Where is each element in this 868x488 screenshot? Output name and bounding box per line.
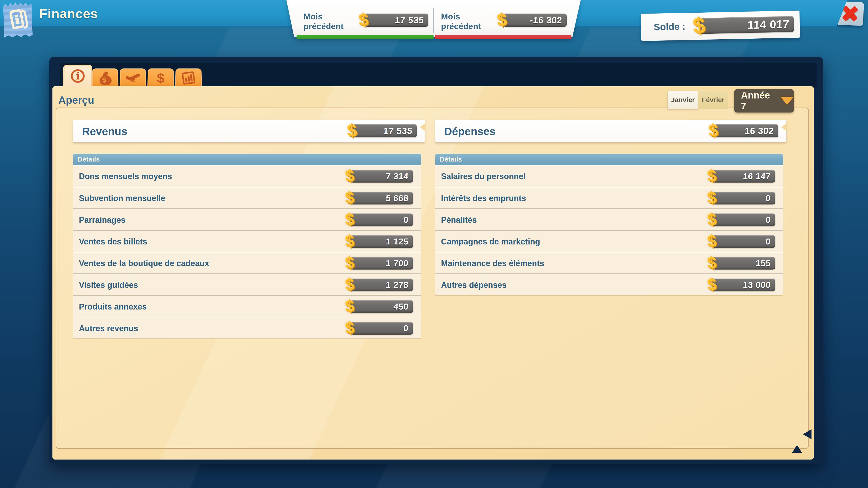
expense-total-value: 16 302	[744, 126, 778, 136]
expense-underline	[435, 35, 571, 39]
row-badge: $7 314	[350, 170, 413, 183]
expense-row: Autres dépenses $13 000	[435, 273, 783, 295]
dollar-icon: $	[344, 211, 355, 228]
income-header: Revenus $ 17 535	[73, 120, 425, 142]
dollar-icon: $	[346, 121, 358, 140]
money-bag-icon: $	[98, 71, 113, 85]
dollar-icon: $	[692, 14, 707, 37]
row-label: Parrainages	[79, 215, 125, 225]
row-value: 1 278	[385, 280, 413, 290]
year-label: Année 7	[741, 90, 775, 111]
row-label: Autres revenus	[79, 324, 138, 333]
tab-pricing[interactable]: $	[147, 68, 174, 88]
row-label: Subvention mensuelle	[79, 194, 165, 203]
row-badge: $16 147	[713, 170, 775, 183]
overview-panel: Aperçu Janvier Février Année 7 Revenus $…	[53, 86, 814, 459]
tab-contracts[interactable]	[120, 68, 146, 88]
tab-overview[interactable]: i	[63, 65, 93, 88]
row-label: Autres dépenses	[441, 281, 506, 290]
income-row: Autres revenus $0	[73, 317, 421, 338]
row-label: Campagnes de marketing	[441, 237, 540, 247]
dollar-icon: $	[344, 167, 355, 185]
expense-row: Pénalités $0	[435, 208, 783, 230]
row-value: 450	[393, 302, 413, 312]
month-tab-fevrier[interactable]: Février	[699, 91, 728, 109]
row-label: Intérêts des emprunts	[441, 194, 526, 203]
prev-month-expense-badge: $ -16 302	[503, 13, 567, 27]
row-label: Pénalités	[441, 215, 477, 225]
income-row: Ventes de la boutique de cadeaux $1 700	[73, 252, 421, 273]
income-rows: Dons mensuels moyens $7 314 Subvention m…	[73, 165, 421, 338]
handshake-icon	[125, 72, 141, 84]
expense-details-header: Détails	[435, 154, 783, 165]
row-badge: $0	[713, 235, 775, 248]
corner-notch-icon	[803, 429, 811, 439]
income-row: Dons mensuels moyens $7 314	[73, 165, 421, 187]
expense-header: Dépenses $ 16 302	[435, 120, 786, 142]
expense-row: Campagnes de marketing $0	[435, 230, 783, 252]
dollar-icon: $	[344, 232, 355, 250]
page-title: Finances	[39, 6, 98, 21]
dollar-icon: $	[707, 167, 717, 185]
expense-row: Salaires du personnel $16 147	[435, 165, 783, 187]
row-badge: $0	[713, 192, 775, 204]
dollar-icon: $	[344, 319, 355, 337]
income-title: Revenus	[82, 125, 127, 138]
income-row: Ventes des billets $1 125	[73, 230, 421, 252]
expense-title: Dépenses	[444, 125, 495, 138]
previous-month-banner: Mois précédent $ 17 535 Mois précédent $…	[286, 0, 581, 40]
dollar-icon: $	[707, 254, 717, 271]
row-value: 16 147	[743, 171, 775, 181]
dollar-icon: $	[344, 276, 355, 293]
income-total-value: 17 535	[383, 126, 417, 136]
details-label: Détails	[78, 156, 100, 163]
income-details-header: Détails	[73, 154, 421, 165]
row-value: 7 314	[385, 171, 413, 181]
income-underline	[297, 35, 434, 39]
row-badge: $1 700	[350, 257, 413, 269]
row-badge: $1 278	[350, 279, 413, 291]
income-row: Visites guidées $1 278	[73, 273, 421, 295]
row-label: Produits annexes	[79, 302, 147, 312]
row-badge: $155	[713, 257, 775, 269]
row-value: 0	[765, 237, 775, 247]
row-value: 0	[403, 324, 413, 333]
row-badge: $0	[350, 214, 413, 226]
income-row: Subvention mensuelle $5 668	[73, 187, 421, 208]
balance-badge: $ 114 017	[700, 16, 794, 34]
corner-notch-icon	[792, 445, 802, 453]
balance-box: Solde : $ 114 017	[641, 11, 800, 41]
dollar-icon: $	[344, 297, 355, 315]
row-value: 0	[765, 215, 775, 225]
journal-book-icon	[7, 7, 29, 32]
expense-rows: Salaires du personnel $16 147 Intérêts d…	[435, 165, 783, 295]
income-row: Produits annexes $450	[73, 295, 421, 317]
month-tab-janvier[interactable]: Janvier	[668, 91, 698, 109]
chevron-down-icon	[780, 97, 794, 105]
dollar-icon: $	[344, 254, 355, 271]
dollar-icon: $	[358, 11, 369, 29]
details-label: Détails	[440, 156, 462, 163]
row-badge: $0	[350, 322, 413, 335]
dollar-icon: $	[344, 189, 355, 206]
row-value: 0	[403, 215, 413, 225]
row-value: 13 000	[743, 280, 775, 290]
year-dropdown[interactable]: Année 7	[734, 89, 794, 112]
prev-month-income-label: Mois précédent	[304, 12, 362, 31]
row-label: Visites guidées	[79, 281, 138, 290]
row-label: Salaires du personnel	[441, 172, 526, 181]
tab-statistics[interactable]	[175, 68, 202, 88]
dollar-icon: $	[707, 232, 717, 250]
row-badge: $1 125	[350, 235, 413, 248]
dollar-icon: $	[707, 189, 717, 206]
finances-window: i $ $	[49, 57, 823, 464]
dollar-icon: $	[707, 276, 717, 293]
dollar-icon: $	[157, 71, 164, 85]
prev-month-expense-value: -16 302	[530, 15, 567, 25]
row-label: Dons mensuels moyens	[79, 172, 172, 181]
expense-total-badge: $ 16 302	[715, 124, 778, 137]
row-badge: $5 668	[350, 192, 413, 204]
dollar-icon: $	[496, 11, 508, 29]
tab-donations[interactable]: $	[92, 68, 119, 88]
expense-row: Maintenance des éléments $155	[435, 252, 783, 273]
